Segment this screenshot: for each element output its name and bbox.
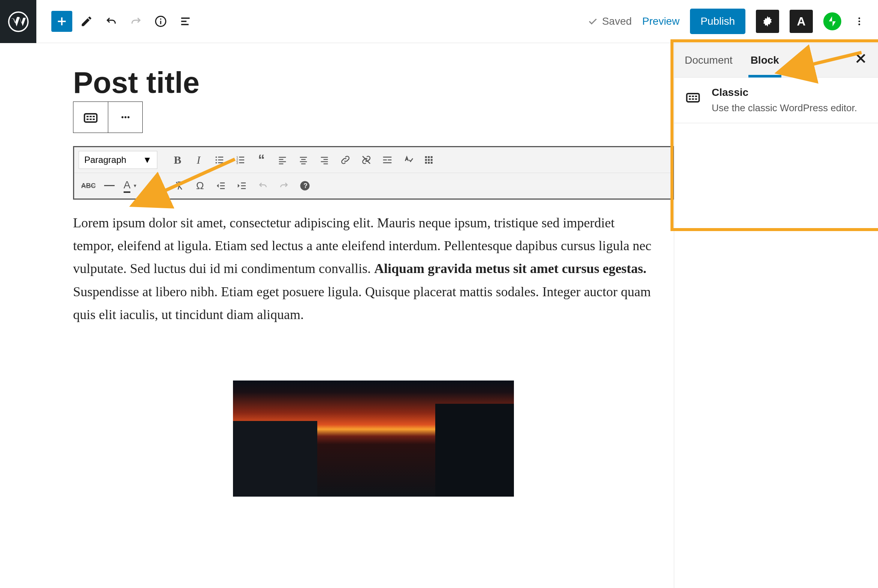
svg-rect-54 bbox=[431, 162, 433, 164]
link-icon[interactable] bbox=[336, 150, 355, 170]
bullet-list-icon[interactable] bbox=[210, 150, 229, 170]
settings-sidebar: Document Block Classic Use the classic W… bbox=[674, 43, 878, 588]
svg-rect-62 bbox=[241, 182, 246, 183]
sidebar-tabs: Document Block bbox=[674, 43, 878, 78]
svg-rect-61 bbox=[220, 188, 225, 189]
paste-text-icon[interactable]: T bbox=[148, 176, 168, 195]
text-color-icon[interactable]: A ▼ bbox=[121, 176, 140, 195]
clear-format-icon[interactable] bbox=[169, 176, 189, 195]
svg-rect-51 bbox=[431, 159, 433, 161]
strikethrough-icon[interactable]: ABC bbox=[79, 176, 98, 195]
svg-rect-8 bbox=[85, 114, 97, 122]
special-char-icon[interactable]: Ω bbox=[190, 176, 210, 195]
svg-rect-57 bbox=[156, 181, 159, 183]
svg-rect-10 bbox=[90, 119, 92, 120]
svg-text:3: 3 bbox=[236, 161, 238, 165]
svg-rect-72 bbox=[692, 96, 694, 97]
svg-rect-50 bbox=[428, 159, 430, 161]
svg-rect-63 bbox=[241, 185, 246, 186]
settings-button[interactable] bbox=[756, 10, 779, 33]
svg-rect-71 bbox=[689, 96, 691, 97]
svg-point-20 bbox=[215, 159, 217, 160]
svg-point-0 bbox=[9, 12, 28, 31]
undo-icon[interactable] bbox=[101, 11, 122, 32]
svg-point-6 bbox=[858, 21, 860, 22]
svg-rect-39 bbox=[324, 159, 328, 160]
svg-rect-32 bbox=[279, 161, 286, 162]
svg-rect-27 bbox=[239, 159, 244, 160]
block-more-icon[interactable] bbox=[108, 102, 143, 133]
svg-rect-68 bbox=[689, 99, 691, 100]
svg-rect-37 bbox=[301, 163, 306, 164]
edit-icon[interactable] bbox=[76, 11, 97, 32]
svg-rect-35 bbox=[301, 159, 306, 160]
paragraph-after-bold: Suspendisse at libero nibh. Etiam eget p… bbox=[73, 284, 651, 322]
wordpress-logo[interactable] bbox=[0, 0, 36, 43]
jetpack-button[interactable] bbox=[823, 12, 841, 30]
quote-icon[interactable]: “ bbox=[252, 150, 271, 170]
paragraph-text[interactable]: Lorem ipsum dolor sit amet, consectetur … bbox=[73, 212, 654, 326]
info-icon[interactable] bbox=[150, 11, 171, 32]
svg-rect-69 bbox=[692, 99, 694, 100]
svg-point-16 bbox=[125, 116, 126, 118]
tab-block[interactable]: Block bbox=[750, 54, 779, 66]
svg-rect-49 bbox=[425, 159, 427, 161]
svg-rect-43 bbox=[383, 159, 387, 160]
unlink-icon[interactable] bbox=[357, 150, 376, 170]
editor-undo-icon bbox=[253, 176, 273, 195]
svg-rect-25 bbox=[239, 156, 244, 158]
block-toolbar-handle bbox=[73, 102, 143, 133]
publish-button[interactable]: Publish bbox=[690, 9, 745, 34]
outdent-icon[interactable] bbox=[211, 176, 231, 195]
toolbar-toggle-icon[interactable] bbox=[420, 150, 439, 170]
svg-rect-73 bbox=[695, 96, 698, 97]
svg-rect-67 bbox=[687, 94, 699, 102]
redo-icon bbox=[126, 11, 146, 32]
svg-rect-23 bbox=[218, 162, 223, 163]
more-menu-icon[interactable] bbox=[852, 11, 867, 32]
tab-document[interactable]: Document bbox=[685, 54, 732, 66]
svg-rect-31 bbox=[279, 159, 284, 160]
content-image[interactable] bbox=[233, 381, 514, 496]
svg-rect-3 bbox=[160, 21, 161, 24]
amp-button[interactable]: A bbox=[789, 10, 813, 33]
align-right-icon[interactable] bbox=[315, 150, 334, 170]
saved-status: Saved bbox=[587, 15, 632, 27]
outline-icon[interactable] bbox=[175, 11, 196, 32]
format-select[interactable]: Paragraph ▼ bbox=[79, 151, 157, 169]
classic-block-icon[interactable] bbox=[74, 102, 108, 133]
add-block-button[interactable] bbox=[51, 11, 72, 32]
post-title[interactable]: Post title bbox=[73, 66, 674, 100]
help-icon[interactable]: ? bbox=[295, 176, 315, 195]
svg-rect-44 bbox=[388, 159, 392, 160]
svg-point-15 bbox=[122, 116, 123, 118]
editor-redo-icon bbox=[274, 176, 294, 195]
align-center-icon[interactable] bbox=[294, 150, 313, 170]
spellcheck-icon[interactable] bbox=[399, 150, 418, 170]
svg-rect-11 bbox=[93, 119, 95, 120]
insert-more-icon[interactable] bbox=[378, 150, 397, 170]
svg-rect-34 bbox=[300, 157, 307, 158]
hr-icon[interactable] bbox=[100, 176, 119, 195]
svg-rect-60 bbox=[220, 185, 225, 186]
bold-icon[interactable]: B bbox=[168, 150, 187, 170]
svg-rect-38 bbox=[321, 157, 328, 158]
svg-point-17 bbox=[128, 116, 129, 118]
svg-point-22 bbox=[215, 162, 217, 164]
svg-text:T: T bbox=[157, 184, 159, 188]
align-left-icon[interactable] bbox=[273, 150, 292, 170]
close-sidebar-icon[interactable] bbox=[854, 52, 867, 69]
svg-point-18 bbox=[215, 156, 217, 158]
svg-point-2 bbox=[160, 18, 161, 20]
preview-link[interactable]: Preview bbox=[642, 15, 680, 27]
indent-icon[interactable] bbox=[232, 176, 252, 195]
editor-canvas[interactable]: Post title Paragraph ▼ bbox=[36, 43, 674, 588]
italic-icon[interactable]: I bbox=[189, 150, 208, 170]
svg-rect-46 bbox=[425, 156, 427, 158]
svg-rect-33 bbox=[279, 163, 284, 164]
ordered-list-icon[interactable]: 123 bbox=[231, 150, 250, 170]
svg-rect-45 bbox=[383, 162, 392, 163]
paragraph-bold: Aliquam gravida metus sit amet cursus eg… bbox=[374, 261, 647, 276]
saved-label: Saved bbox=[602, 15, 632, 27]
svg-rect-36 bbox=[300, 161, 307, 162]
